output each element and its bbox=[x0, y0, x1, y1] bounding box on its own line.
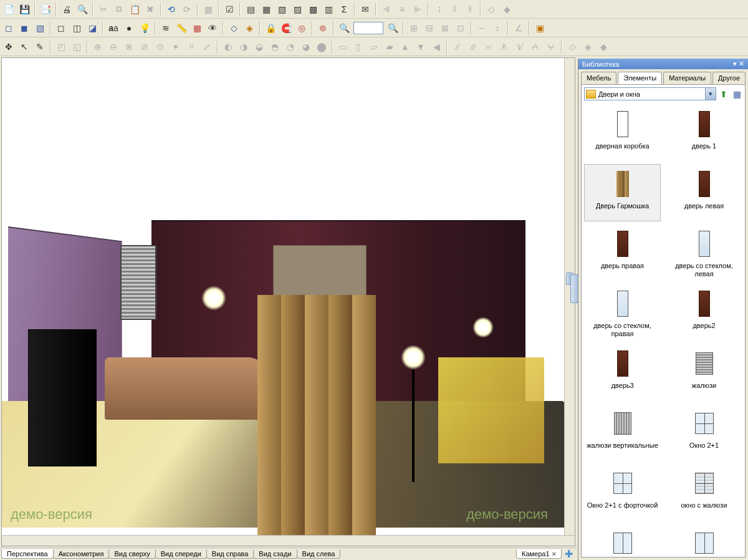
add-view-button[interactable]: ✚ bbox=[561, 548, 577, 560]
t3-icon: ⊕ bbox=[90, 39, 105, 54]
ruler-icon[interactable]: 📏 bbox=[174, 21, 189, 36]
cube1-icon[interactable]: ◻ bbox=[54, 21, 69, 36]
edit-point-icon[interactable]: ✎ bbox=[32, 39, 47, 54]
library-item[interactable]: жалюзи вертикальные bbox=[584, 403, 661, 461]
tab-other[interactable]: Другое bbox=[712, 72, 746, 84]
library-item[interactable]: дверь правая bbox=[584, 224, 661, 281]
view-tab[interactable]: Аксонометрия bbox=[53, 549, 110, 559]
t1-icon: ◰ bbox=[54, 39, 69, 54]
render-icon[interactable]: ▣ bbox=[532, 21, 547, 36]
library-thumbnail bbox=[604, 466, 641, 500]
library-menu-icon[interactable]: ▾ ✕ bbox=[733, 60, 744, 68]
library-titlebar[interactable]: Библиотека ▾ ✕ bbox=[578, 59, 748, 69]
view-tab[interactable]: Вид слева bbox=[297, 549, 341, 559]
tab-furniture[interactable]: Мебель bbox=[581, 72, 616, 84]
report1-icon[interactable]: ▦ bbox=[259, 2, 274, 17]
view-tab[interactable]: Перспектива bbox=[1, 549, 54, 559]
toolbar-row-2: ◻ ◼ ▧ ◻ ◫ ◪ aa ● 💡 ≋ 📏 ▦ 👁 ◇ ◈ 🔒 🧲 ◎ ⊚ 🔍… bbox=[0, 19, 748, 37]
library-thumbnail bbox=[686, 227, 723, 261]
lib-view-icon[interactable]: ▦ bbox=[731, 89, 742, 100]
scrollbar-horizontal[interactable] bbox=[2, 535, 575, 546]
t30-icon: ⩜ bbox=[528, 39, 543, 54]
lib-up-icon[interactable]: ⬆ bbox=[718, 89, 729, 100]
move-icon[interactable]: ✥ bbox=[1, 39, 16, 54]
snap-point-icon[interactable]: ◇ bbox=[226, 21, 241, 36]
layers-icon[interactable]: ≋ bbox=[158, 21, 173, 36]
light-bulb-icon[interactable]: 💡 bbox=[137, 21, 152, 36]
library-item[interactable]: Окно 2+1 с форточкой bbox=[584, 463, 661, 521]
library-item[interactable]: дверь2 bbox=[666, 284, 742, 341]
viewport[interactable]: демо-версия демо-версия bbox=[1, 57, 575, 546]
distribute1-icon: ◇ bbox=[484, 2, 499, 17]
table-icon[interactable]: ▤ bbox=[243, 2, 258, 17]
report3-icon[interactable]: ▨ bbox=[290, 2, 305, 17]
report2-icon[interactable]: ▧ bbox=[274, 2, 289, 17]
zoom-combo[interactable] bbox=[353, 22, 383, 34]
dim-3-icon: ⊠ bbox=[438, 21, 453, 36]
library-item[interactable]: дверь со стеклом, правая bbox=[584, 284, 661, 341]
library-item[interactable]: Окно1 bbox=[666, 523, 742, 558]
lifebuoy-icon[interactable]: ⊚ bbox=[315, 21, 330, 36]
library-item[interactable]: дверь3 bbox=[584, 344, 661, 401]
view-tab-camera[interactable]: Камера1× bbox=[516, 549, 562, 559]
library-thumbnail bbox=[686, 347, 723, 380]
report4-icon[interactable]: ▩ bbox=[305, 2, 320, 17]
view-tab[interactable]: Вид спереди bbox=[155, 549, 207, 559]
print-preview-icon[interactable]: 🔍 bbox=[75, 2, 90, 17]
new-file-icon[interactable]: 📄 bbox=[1, 2, 16, 17]
library-item[interactable]: дверь левая bbox=[666, 164, 742, 221]
undo-icon[interactable]: ⟲ bbox=[164, 2, 179, 17]
panel-collapse-handle[interactable] bbox=[570, 274, 578, 303]
magnet-icon[interactable]: 🧲 bbox=[279, 21, 294, 36]
grid-icon[interactable]: ▦ bbox=[189, 21, 204, 36]
box-solid-icon[interactable]: ◼ bbox=[17, 21, 32, 36]
view-tabs: ПерспективаАксонометрияВид сверхуВид спе… bbox=[0, 548, 577, 560]
library-title-label: Библиотека bbox=[582, 60, 620, 68]
library-item[interactable]: дверь со стеклом, левая bbox=[666, 224, 742, 281]
select-cursor-icon[interactable]: ↖ bbox=[17, 39, 32, 54]
box-wire-icon[interactable]: ◻ bbox=[1, 21, 16, 36]
close-icon[interactable]: × bbox=[552, 550, 556, 558]
render-3d[interactable]: демо-версия демо-версия bbox=[2, 58, 564, 535]
save-icon[interactable]: 💾 bbox=[17, 2, 32, 17]
library-item[interactable]: дверная коробка bbox=[584, 104, 661, 162]
sphere-icon[interactable]: ● bbox=[122, 21, 137, 36]
main-area: демо-версия демо-версия ПерспективаАксон… bbox=[0, 56, 577, 560]
library-item[interactable]: окно с жалюзи bbox=[666, 463, 742, 521]
eye-icon[interactable]: 👁 bbox=[205, 21, 220, 36]
t25-icon: ⫽ bbox=[450, 39, 465, 54]
box-shade-icon[interactable]: ▧ bbox=[32, 21, 47, 36]
align-top-icon: ⫶ bbox=[431, 2, 446, 17]
t7-icon: ⊙ bbox=[153, 39, 168, 54]
sigma-icon[interactable]: Σ bbox=[337, 2, 352, 17]
t26-icon: ⫻ bbox=[466, 39, 481, 54]
text-label-icon[interactable]: aa bbox=[106, 21, 121, 36]
report5-icon[interactable]: ▥ bbox=[321, 2, 336, 17]
mail-icon[interactable]: ✉ bbox=[358, 2, 373, 17]
lock-icon[interactable]: 🔒 bbox=[263, 21, 278, 36]
print-icon[interactable]: 🖨 bbox=[59, 2, 74, 17]
view-tab[interactable]: Вид сверху bbox=[108, 549, 155, 559]
library-item[interactable]: Окно 2+1 bbox=[666, 403, 742, 461]
view-tab[interactable]: Вид справа bbox=[206, 549, 254, 559]
library-thumbnail bbox=[686, 107, 723, 141]
library-category-dropdown[interactable]: Двери и окна ▾ bbox=[584, 87, 716, 100]
cube3-icon[interactable]: ◪ bbox=[85, 21, 100, 36]
view-tab[interactable]: Вид сзади bbox=[253, 549, 297, 559]
t29-icon: ⩛ bbox=[512, 39, 527, 54]
library-item[interactable]: дверь 1 bbox=[666, 104, 742, 162]
tab-materials[interactable]: Материалы bbox=[663, 72, 711, 84]
library-item[interactable]: жалюзи bbox=[666, 344, 742, 401]
todo-icon[interactable]: ☑ bbox=[222, 2, 237, 17]
align-center-v-icon: ⫴ bbox=[447, 2, 462, 17]
tab-elements[interactable]: Элементы bbox=[618, 72, 662, 84]
export-icon[interactable]: 📑 bbox=[38, 2, 53, 17]
cube2-icon[interactable]: ◫ bbox=[69, 21, 84, 36]
library-item[interactable]: Окно с форточкой bbox=[584, 523, 661, 558]
target-icon[interactable]: ◎ bbox=[294, 21, 309, 36]
toolbar-row-1: 📄 💾 📑 🖨 🔍 ✂ ⧉ 📋 ✖ ⟲ ⟳ ▦ ☑ ▤ ▦ ▧ ▨ ▩ ▥ Σ … bbox=[0, 0, 748, 19]
chevron-down-icon[interactable]: ▾ bbox=[705, 88, 716, 100]
library-item-label: жалюзи bbox=[692, 382, 716, 398]
snap-center-icon[interactable]: ◈ bbox=[242, 21, 257, 36]
library-item[interactable]: Дверь Гармошка bbox=[584, 164, 661, 221]
